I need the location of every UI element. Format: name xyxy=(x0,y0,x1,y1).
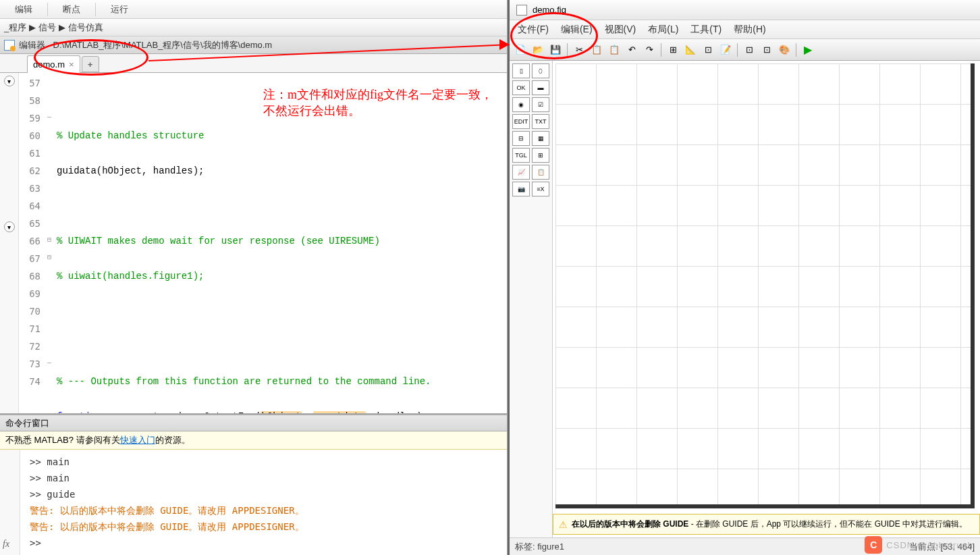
cmd-line: >> main xyxy=(30,470,501,486)
gutter-nav-icon[interactable]: ▾ xyxy=(4,76,15,86)
code-line[interactable]: % --- Outputs from this function are ret… xyxy=(57,373,507,390)
code-line[interactable]: % UIWAIT makes demo wait for user respon… xyxy=(57,232,507,250)
guide-menu-bar: 文件(F) 编辑(E) 视图(V) 布局(L) 工具(T) 帮助(H) xyxy=(510,20,980,39)
browser-icon[interactable]: 🎨 xyxy=(776,42,792,58)
copy-icon[interactable]: 📋 xyxy=(589,42,605,58)
code-line[interactable]: guidata(hObject, handles); xyxy=(57,162,507,180)
warning-icon: ⚠ xyxy=(559,519,568,530)
watermark-text: CSDN @Abbotrugh xyxy=(886,540,973,550)
guide-filename: demo.fig xyxy=(533,5,566,15)
open-icon[interactable]: 📂 xyxy=(530,42,546,58)
editor-file-path: 编辑器 - D:\MATLAB_程序\MATLAB_程序\信号\我的博客\dem… xyxy=(19,39,272,51)
code-line[interactable] xyxy=(57,338,507,355)
listbox-tool-icon[interactable]: ▦ xyxy=(532,131,549,146)
buttongroup-tool-icon[interactable]: 📷 xyxy=(512,182,530,196)
cmd-prompt[interactable]: >> xyxy=(30,535,501,551)
code-content[interactable]: % Update handles structure guidata(hObje… xyxy=(54,73,507,413)
table-tool-icon[interactable]: ⊞ xyxy=(532,148,549,163)
code-line[interactable]: function varargout = demo_OutputFcn(hObj… xyxy=(57,408,507,413)
editor-file-icon xyxy=(4,40,15,51)
gutter-nav-icon[interactable]: ▾ xyxy=(4,221,15,232)
activex-tool-icon[interactable]: ≡X xyxy=(532,182,549,196)
getting-started-banner: 不熟悉 MATLAB? 请参阅有关快速入门的资源。 xyxy=(0,431,507,450)
design-canvas[interactable] xyxy=(555,63,975,508)
code-line[interactable]: % uiwait(handles.figure1); xyxy=(57,267,507,285)
menu-editor-icon[interactable]: 📐 xyxy=(682,42,699,58)
paste-icon[interactable]: 📋 xyxy=(606,42,622,58)
code-editor[interactable]: ▾ ▾ 575859606162636465666768697071727374… xyxy=(0,73,507,413)
tab-label: demo.m xyxy=(33,59,65,70)
checkbox-tool-icon[interactable]: ☑ xyxy=(532,97,549,112)
menu-file[interactable]: 文件(F) xyxy=(514,22,553,37)
code-fold-gutter[interactable]: —⊟⊟— xyxy=(45,73,54,413)
editor-title-bar: 编辑器 - D:\MATLAB_程序\MATLAB_程序\信号\我的博客\dem… xyxy=(0,36,507,54)
cut-icon[interactable]: ✂ xyxy=(571,42,587,58)
menu-edit[interactable]: 编辑 xyxy=(3,3,45,16)
axes-tool-icon[interactable]: 📈 xyxy=(512,165,530,180)
path-breadcrumb[interactable]: _程序▶ 信号▶ 信号仿真 xyxy=(0,19,507,36)
tab-demo-m[interactable]: demo.m × xyxy=(27,55,80,73)
fx-icon[interactable]: fx xyxy=(3,536,9,552)
guide-window-title: demo.fig xyxy=(510,0,980,20)
status-tag: 标签: figure1 xyxy=(515,541,564,553)
warn-rest-text: - 在删除 GUIDE 后，App 可以继续运行，但不能在 GUIDE 中对其进… xyxy=(688,519,967,529)
cmd-line: >> guide xyxy=(30,486,501,502)
run-icon[interactable]: ▶ xyxy=(800,42,816,58)
file-tab-bar: demo.m × + xyxy=(0,54,507,73)
new-tab-button[interactable]: + xyxy=(82,56,99,72)
toggle-tool-icon[interactable]: TGL xyxy=(512,148,530,163)
deprecation-banner: ⚠ 在以后的版本中将会删除 GUIDE - 在删除 GUIDE 后，App 可以… xyxy=(553,514,980,535)
menu-layout[interactable]: 布局(L) xyxy=(644,22,682,37)
save-icon[interactable]: 💾 xyxy=(547,42,564,58)
bc-part-3[interactable]: 信号仿真 xyxy=(68,22,103,34)
code-line[interactable] xyxy=(57,197,507,215)
command-window-title: 命令行窗口 xyxy=(0,415,507,431)
line-numbers: 575859606162636465666768697071727374 xyxy=(19,73,45,413)
bc-part-1[interactable]: _程序 xyxy=(4,22,26,34)
close-icon[interactable]: × xyxy=(69,59,74,70)
bc-part-2[interactable]: 信号 xyxy=(38,22,56,34)
warn-bold-text: 在以后的版本中将会删除 GUIDE xyxy=(572,519,688,529)
command-output[interactable]: >> main >> main >> guide 警告: 以后的版本中将会删除 … xyxy=(0,450,507,555)
menu-run[interactable]: 运行 xyxy=(99,3,140,16)
edit-tool-icon[interactable]: EDIT xyxy=(512,114,530,129)
guide-toolbar: 📄 📂 💾 ✂ 📋 📋 ↶ ↷ ⊞ 📐 ⊡ 📝 ⊡ ⊡ 🎨 ▶ xyxy=(510,39,980,61)
new-icon[interactable]: 📄 xyxy=(512,42,528,58)
radiobutton-tool-icon[interactable]: ◉ xyxy=(512,97,530,112)
menu-tools[interactable]: 工具(T) xyxy=(686,22,726,37)
component-palette: ▯ ⬯ OK ▬ ◉ ☑ EDIT TXT ⊟ ▦ TGL ⊞ 📈 📋 📷 ≡X xyxy=(510,61,553,537)
menu-edit[interactable]: 编辑(E) xyxy=(557,22,597,37)
cmd-warning: 警告: 以后的版本中将会删除 GUIDE。请改用 APPDESIGNER。 xyxy=(30,502,501,519)
align-icon[interactable]: ⊞ xyxy=(665,42,681,58)
code-line[interactable] xyxy=(57,92,507,109)
command-window: 命令行窗口 不熟悉 MATLAB? 请参阅有关快速入门的资源。 >> main … xyxy=(0,413,507,555)
menu-help[interactable]: 帮助(H) xyxy=(730,22,769,37)
code-line[interactable] xyxy=(57,302,507,320)
menu-view[interactable]: 视图(V) xyxy=(601,22,641,37)
editor-side-gutter: ▾ ▾ xyxy=(0,73,19,413)
tab-order-icon[interactable]: ⊡ xyxy=(700,42,716,58)
editor-icon[interactable]: ⊡ xyxy=(741,42,757,58)
panel-tool-icon[interactable]: 📋 xyxy=(532,165,549,180)
slider-tool-icon[interactable]: ⬯ xyxy=(532,63,549,78)
pushbutton-tool-icon[interactable]: OK xyxy=(512,80,530,95)
property-icon[interactable]: ⊡ xyxy=(759,42,775,58)
redo-icon[interactable]: ↷ xyxy=(641,42,657,58)
popup-tool-icon[interactable]: ⊟ xyxy=(512,131,530,146)
select-tool-icon[interactable]: ▯ xyxy=(512,63,530,78)
menu-breakpoint[interactable]: 断点 xyxy=(51,3,92,16)
csdn-logo-icon: C xyxy=(865,536,882,554)
text-tool-icon[interactable]: TXT xyxy=(532,114,549,129)
slider2-tool-icon[interactable]: ▬ xyxy=(532,80,549,95)
csdn-watermark: C CSDN @Abbotrugh xyxy=(865,536,973,554)
matlab-top-menu: 编辑 断点 运行 xyxy=(0,0,507,19)
figure-file-icon xyxy=(516,5,527,16)
toolbar-editor-icon[interactable]: 📝 xyxy=(717,42,734,58)
undo-icon[interactable]: ↶ xyxy=(624,42,640,58)
cmd-warning: 警告: 以后的版本中将会删除 GUIDE。请改用 APPDESIGNER。 xyxy=(30,519,501,535)
quick-start-link[interactable]: 快速入门 xyxy=(120,435,155,445)
cmd-line: >> main xyxy=(30,454,501,470)
code-line[interactable]: % Update handles structure xyxy=(57,127,507,144)
